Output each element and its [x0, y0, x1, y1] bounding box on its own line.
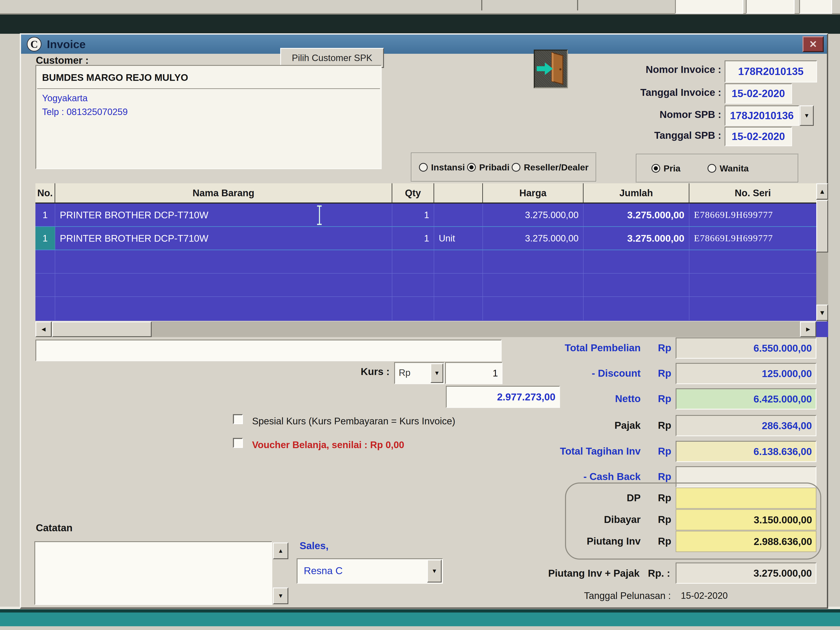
dibayar-label: Dibayar	[482, 514, 641, 525]
vertical-scroll-thumb[interactable]	[816, 200, 828, 253]
scroll-left-button[interactable]: ◄	[35, 322, 52, 337]
header-no[interactable]: No.	[35, 183, 55, 202]
scroll-right-button[interactable]: ►	[800, 322, 816, 337]
invoice-window-icon: C	[27, 37, 41, 52]
kurs-currency-select[interactable]: Rp ▼	[394, 362, 445, 384]
empty-row[interactable]	[35, 250, 816, 273]
mdi-background	[0, 14, 840, 34]
nomor-spb-field[interactable]: 178J2010136	[725, 106, 799, 126]
header-harga[interactable]: Harga	[483, 183, 584, 202]
spesial-kurs-label: Spesial Kurs (Kurs Pembayaran = Kurs Inv…	[252, 415, 455, 427]
table-vertical-scrollbar[interactable]: ▲ ▼	[816, 183, 828, 321]
tanggal-invoice-field[interactable]: 15-02-2020	[725, 83, 792, 104]
text-cursor-icon	[316, 205, 323, 225]
bottom-strip	[0, 626, 840, 630]
header-unit[interactable]	[434, 183, 483, 202]
close-icon: ✕	[809, 38, 817, 50]
cell-nama: PRINTER BROTHER DCP-T710W	[55, 204, 392, 226]
scroll-up-icon: ▲	[819, 188, 826, 196]
radio-reseller-dealer[interactable]: Reseller/Dealer	[512, 162, 589, 172]
header-no-seri[interactable]: No. Seri	[689, 183, 816, 202]
sales-value: Resna C	[304, 565, 343, 576]
scroll-down-button[interactable]: ▼	[816, 305, 828, 321]
voucher-label: Voucher Belanja, senilai : Rp 0,00	[252, 439, 404, 450]
cell-no-seri: E78669L9H699777	[689, 204, 816, 226]
cashback-label: - Cash Back	[482, 471, 641, 482]
kurs-dropdown-button[interactable]: ▼	[430, 363, 443, 383]
toolbar-divider	[577, 0, 578, 10]
customer-label: Customer :	[36, 55, 88, 66]
table-header: No. Nama Barang Qty Harga Jumlah No. Ser…	[35, 183, 816, 204]
kurs-label: Kurs :	[313, 366, 390, 377]
customer-type-group: Instansi Pribadi Reseller/Dealer	[411, 153, 597, 182]
dp-field[interactable]	[676, 488, 816, 509]
customer-info-box[interactable]: BUMDES MARGO REJO MULYO Yogyakarta Telp …	[35, 65, 382, 169]
nomor-spb-dropdown-button[interactable]: ▼	[800, 106, 814, 126]
header-jumlah[interactable]: Jumlah	[584, 183, 689, 202]
scroll-down-icon: ▼	[278, 592, 284, 599]
catatan-scroll-up-button[interactable]: ▲	[273, 543, 288, 559]
radio-instansi[interactable]: Instansi	[419, 162, 465, 172]
cell-jumlah: 3.275.000,00	[584, 204, 689, 226]
header-nama-barang[interactable]: Nama Barang	[55, 183, 392, 202]
radio-selected-icon	[467, 163, 476, 172]
voucher-checkbox[interactable]	[233, 438, 243, 448]
window-title: Invoice	[47, 38, 85, 51]
background-cutoff-text: DIVISI	[750, 0, 781, 1]
tanggal-spb-label: Tanggal SPB :	[575, 129, 721, 141]
scroll-down-icon: ▼	[819, 309, 826, 317]
chevron-down-icon: ▼	[434, 370, 440, 376]
cell-unit: Unit	[434, 227, 483, 249]
titlebar[interactable]: C Invoice	[21, 35, 827, 54]
table-row[interactable]: 1 PRINTER BROTHER DCP-T710W 1 3.275.000,…	[35, 204, 816, 227]
dibayar-field[interactable]: 3.150.000,00	[676, 509, 816, 531]
discount-field[interactable]: 125.000,00	[676, 363, 816, 384]
piutang-pajak-rp: Rp. :	[648, 567, 670, 579]
total-tagihan-rp: Rp	[658, 445, 671, 457]
radio-wanita[interactable]: Wanita	[707, 163, 748, 174]
sales-select[interactable]: Resna C ▼	[297, 558, 443, 584]
header-qty[interactable]: Qty	[392, 183, 434, 202]
spesial-kurs-checkbox[interactable]	[233, 414, 243, 424]
pajak-label: Pajak	[482, 420, 641, 431]
nomor-spb-label: Nomor SPB :	[575, 109, 721, 120]
tanggal-spb-field[interactable]: 15-02-2020	[725, 127, 792, 146]
cell-unit	[434, 204, 483, 226]
catatan-scroll-down-button[interactable]: ▼	[273, 587, 288, 604]
scrollbar-corner	[816, 322, 828, 337]
radio-pribadi[interactable]: Pribadi	[467, 162, 510, 172]
table-horizontal-scrollbar[interactable]: ◄ ►	[35, 322, 816, 337]
divider	[0, 609, 840, 613]
exit-button[interactable]	[534, 50, 568, 88]
exit-door-icon	[535, 51, 566, 87]
cell-no-seri: E78669L9H699777	[689, 227, 816, 249]
empty-row[interactable]	[35, 273, 816, 297]
sales-dropdown-button[interactable]: ▼	[427, 560, 442, 583]
radio-pria[interactable]: Pria	[652, 163, 681, 174]
total-tagihan-field: 6.138.636,00	[676, 441, 816, 462]
toolbar-divider	[481, 0, 482, 10]
empty-row[interactable]	[35, 297, 816, 320]
nomor-invoice-field[interactable]: 178R2010135	[725, 60, 817, 82]
customer-name: BUMDES MARGO REJO MULYO	[37, 67, 380, 89]
netto-field: 6.425.000,00	[676, 388, 816, 410]
horizontal-scroll-thumb[interactable]	[52, 322, 152, 337]
discount-rp: Rp	[658, 368, 671, 379]
dp-rp: Rp	[658, 492, 671, 504]
total-tagihan-label: Total Tagihan Inv	[482, 445, 641, 457]
table-row[interactable]: 1 PRINTER BROTHER DCP-T710W 1 Unit 3.275…	[35, 227, 816, 250]
sales-label: Sales,	[300, 540, 328, 551]
total-pembelian-rp: Rp	[658, 342, 671, 354]
catatan-textarea[interactable]	[35, 541, 272, 605]
scroll-up-button[interactable]: ▲	[816, 183, 828, 200]
discount-label: - Discount	[482, 368, 641, 379]
cell-no-selected: 1	[35, 227, 55, 249]
close-button[interactable]: ✕	[802, 36, 824, 52]
item-entry-field[interactable]	[35, 339, 502, 361]
cell-harga: 3.275.000,00	[483, 204, 584, 226]
tanggal-pelunasan-label: Tanggal Pelunasan :	[533, 590, 671, 601]
total-pembelian-label: Total Pembelian	[482, 342, 641, 354]
scroll-up-icon: ▲	[278, 548, 284, 554]
piutang-pajak-field: 3.275.000,00	[676, 562, 816, 584]
cell-harga: 3.275.000,00	[483, 227, 584, 249]
